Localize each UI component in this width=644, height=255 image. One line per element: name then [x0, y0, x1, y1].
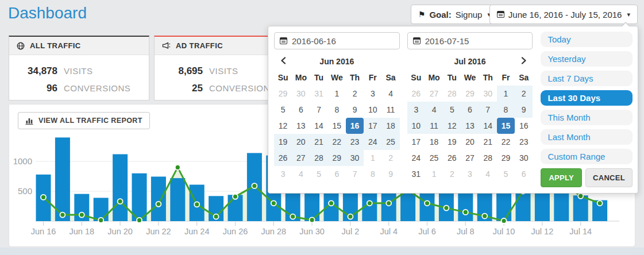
conversions-point[interactable]: [482, 214, 487, 219]
calendar-day[interactable]: 30: [515, 150, 533, 166]
calendar-day[interactable]: 5: [497, 166, 515, 182]
calendar-day[interactable]: 31: [310, 86, 327, 102]
calendar-day[interactable]: 23: [346, 134, 364, 150]
calendar-day[interactable]: 29: [461, 86, 479, 102]
conversions-point[interactable]: [175, 165, 180, 170]
conversions-point[interactable]: [290, 214, 295, 219]
conversions-point[interactable]: [425, 200, 430, 206]
conversions-point[interactable]: [329, 200, 334, 206]
date-range-button[interactable]: June 16, 2016 - July 15, 2016 ▾: [489, 5, 638, 24]
calendar-day[interactable]: 17: [364, 118, 381, 134]
calendar-day[interactable]: 1: [328, 86, 346, 102]
calendar-day[interactable]: 3: [461, 166, 479, 182]
calendar-day[interactable]: 26: [274, 150, 292, 166]
range-option-today[interactable]: Today: [541, 32, 633, 47]
calendar-day[interactable]: 12: [443, 118, 461, 134]
visits-bar[interactable]: [170, 178, 185, 221]
calendar-day[interactable]: 6: [292, 102, 310, 118]
calendar-day[interactable]: 20: [461, 134, 479, 150]
calendar-day[interactable]: 22: [328, 134, 346, 150]
calendar-day[interactable]: 1: [425, 166, 443, 182]
calendar-day[interactable]: 24: [364, 134, 381, 150]
conversions-point[interactable]: [310, 217, 315, 222]
conversions-point[interactable]: [367, 200, 372, 206]
conversions-point[interactable]: [194, 202, 199, 207]
calendar-day[interactable]: 3: [407, 102, 425, 118]
calendar-day[interactable]: 27: [292, 150, 310, 166]
conversions-point[interactable]: [252, 183, 257, 188]
conversions-point[interactable]: [60, 212, 65, 218]
conversions-point[interactable]: [118, 199, 123, 204]
calendar-day[interactable]: 19: [274, 134, 292, 150]
calendar-day[interactable]: 30: [346, 150, 364, 166]
calendar-day[interactable]: 7: [479, 102, 497, 118]
visits-bar[interactable]: [151, 177, 166, 221]
calendar-day[interactable]: 3: [274, 166, 292, 182]
calendar-day[interactable]: 9: [346, 102, 364, 118]
calendar-day[interactable]: 18: [425, 134, 443, 150]
calendar-day[interactable]: 25: [381, 134, 399, 150]
goal-selector-button[interactable]: ⚑ Goal: Signup ▾: [411, 5, 498, 24]
calendar-day[interactable]: 8: [328, 102, 346, 118]
calendar-day[interactable]: 21: [310, 134, 327, 150]
calendar-day[interactable]: 4: [479, 166, 497, 182]
range-option-last-7-days[interactable]: Last 7 Days: [541, 71, 633, 86]
calendar-day[interactable]: 26: [407, 86, 425, 102]
calendar-day-selected[interactable]: 16: [346, 118, 364, 134]
conversions-point[interactable]: [348, 214, 353, 219]
conversions-point[interactable]: [444, 206, 449, 211]
calendar-day[interactable]: 1: [364, 150, 381, 166]
calendar-day[interactable]: 5: [310, 166, 327, 182]
conversions-point[interactable]: [463, 210, 468, 215]
calendar-day[interactable]: 31: [407, 166, 425, 182]
conversions-point[interactable]: [597, 200, 603, 206]
calendar-day[interactable]: 27: [461, 150, 479, 166]
visits-bar[interactable]: [573, 195, 588, 221]
calendar-day[interactable]: 29: [497, 150, 515, 166]
range-option-yesterday[interactable]: Yesterday: [541, 51, 633, 67]
calendar-day[interactable]: 8: [364, 166, 381, 182]
calendar-day[interactable]: 29: [274, 86, 292, 102]
calendar-day[interactable]: 7: [346, 166, 364, 182]
calendar-day[interactable]: 28: [479, 150, 497, 166]
calendar-day[interactable]: 19: [443, 134, 461, 150]
conversions-point[interactable]: [214, 214, 219, 219]
calendar-day[interactable]: 14: [310, 118, 327, 134]
calendar-day[interactable]: 2: [443, 166, 461, 182]
calendar-day[interactable]: 9: [381, 166, 399, 182]
calendar-day[interactable]: 2: [346, 86, 364, 102]
conversions-point[interactable]: [578, 194, 583, 199]
calendar-day[interactable]: 6: [461, 102, 479, 118]
calendar-day[interactable]: 13: [292, 118, 310, 134]
prev-month-button[interactable]: [274, 53, 292, 69]
calendar-day[interactable]: 30: [479, 86, 497, 102]
calendar-day[interactable]: 27: [425, 86, 443, 102]
calendar-day[interactable]: 17: [407, 134, 425, 150]
calendar-day[interactable]: 7: [310, 102, 327, 118]
calendar-day[interactable]: 4: [381, 86, 399, 102]
end-date-input[interactable]: [425, 36, 527, 46]
calendar-day[interactable]: 4: [292, 166, 310, 182]
calendar-day[interactable]: 22: [497, 134, 515, 150]
calendar-day[interactable]: 4: [425, 102, 443, 118]
conversions-point[interactable]: [98, 218, 103, 223]
conversions-point[interactable]: [502, 218, 507, 223]
calendar-day[interactable]: 1: [497, 86, 515, 102]
calendar-day[interactable]: 15: [328, 118, 346, 134]
calendar-day[interactable]: 28: [310, 150, 327, 166]
conversions-point[interactable]: [137, 218, 142, 223]
calendar-day-selected[interactable]: 15: [497, 118, 515, 134]
cancel-button[interactable]: CANCEL: [585, 168, 633, 187]
calendar-day[interactable]: 20: [292, 134, 310, 150]
calendar-day[interactable]: 11: [381, 102, 399, 118]
range-option-last-month[interactable]: Last Month: [541, 129, 633, 145]
visits-bar[interactable]: [113, 154, 128, 221]
calendar-day[interactable]: 6: [328, 166, 346, 182]
calendar-day[interactable]: 11: [425, 118, 443, 134]
calendar-day[interactable]: 3: [364, 86, 381, 102]
conversions-point[interactable]: [156, 202, 161, 207]
conversions-point[interactable]: [233, 194, 238, 199]
range-option-last-30-days[interactable]: Last 30 Days: [541, 90, 633, 106]
calendar-day[interactable]: 5: [274, 102, 292, 118]
range-option-this-month[interactable]: This Month: [541, 110, 633, 125]
